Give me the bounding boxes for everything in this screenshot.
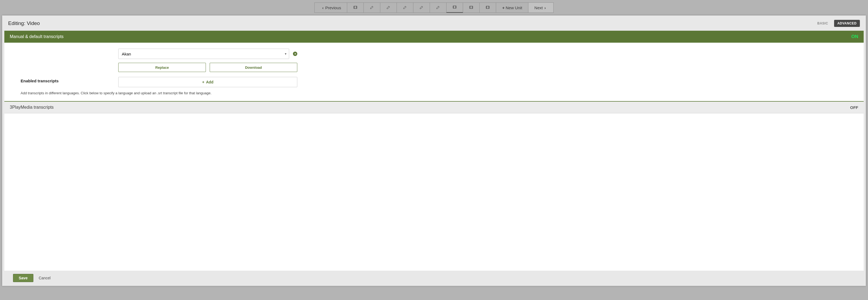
- remove-language-button[interactable]: ✕: [293, 52, 297, 56]
- close-icon: ✕: [294, 52, 297, 55]
- unit-item-1[interactable]: [347, 2, 364, 13]
- threeplay-body-peek: [4, 113, 423, 121]
- modal-header: Editing: Video BASIC ADVANCED: [2, 16, 423, 31]
- download-button[interactable]: Download: [210, 63, 297, 72]
- enabled-transcripts-label: Enabled transcripts: [21, 49, 110, 83]
- enabled-transcripts-label-text: Enabled transcripts: [21, 79, 59, 83]
- pencil-icon: [403, 5, 407, 10]
- pencil-icon: [420, 5, 423, 10]
- chevron-left-icon: ‹: [322, 5, 323, 10]
- pencil-icon: [370, 5, 374, 10]
- help-text: Add transcripts in different languages. …: [21, 91, 423, 95]
- pencil-icon: [386, 5, 391, 10]
- unit-item-5[interactable]: [413, 2, 423, 13]
- unit-item-2[interactable]: [364, 2, 380, 13]
- film-icon: [353, 5, 358, 10]
- previous-label: Previous: [325, 5, 341, 10]
- previous-button[interactable]: ‹ Previous: [314, 2, 347, 13]
- add-label: Add: [206, 80, 213, 84]
- svg-rect-0: [354, 6, 357, 8]
- manual-transcripts-body: Enabled transcripts Akan ▾ ✕: [4, 43, 423, 101]
- plus-icon: +: [202, 80, 204, 84]
- unit-nav: ‹ Previous: [0, 2, 423, 13]
- unit-item-4[interactable]: [397, 2, 413, 13]
- add-transcript-button[interactable]: + Add: [118, 77, 297, 87]
- modal-title: Editing: Video: [8, 20, 40, 26]
- manual-transcripts-bar[interactable]: Manual & default transcripts ON: [4, 31, 423, 43]
- modal-body[interactable]: Manual & default transcripts ON Enabled …: [4, 31, 423, 147]
- threeplay-title: 3PlayMedia transcripts: [10, 105, 54, 110]
- manual-transcripts-title: Manual & default transcripts: [10, 34, 63, 39]
- threeplay-bar[interactable]: 3PlayMedia transcripts OFF: [4, 101, 423, 113]
- replace-button[interactable]: Replace: [118, 63, 206, 72]
- edit-video-modal: Editing: Video BASIC ADVANCED Manual & d…: [2, 16, 423, 147]
- language-select[interactable]: Akan: [118, 49, 289, 59]
- unit-item-3[interactable]: [380, 2, 397, 13]
